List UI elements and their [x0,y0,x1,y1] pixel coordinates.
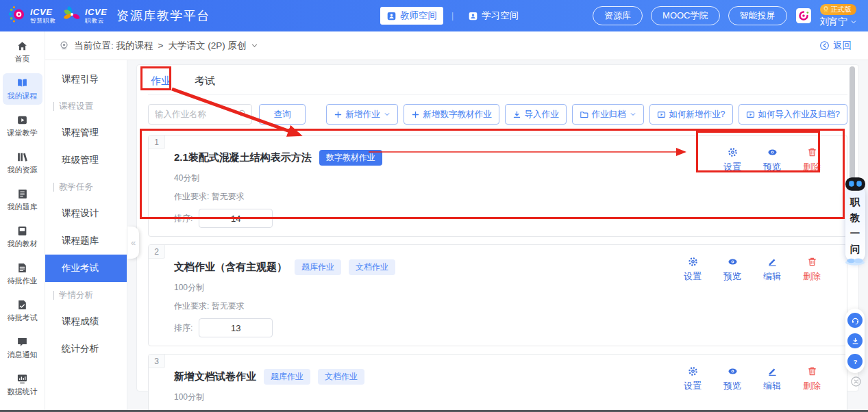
toolbar-button-3[interactable]: 作业归档 [572,104,644,125]
assistant-char: 问 [850,243,860,255]
submenu-item-7[interactable]: 作业考试 [45,255,127,282]
search-input[interactable] [148,104,252,125]
textbook-icon [16,225,28,237]
assignment-actions: 设置预览编辑删除 [684,257,821,283]
icon-rail-sidebar: 首页我的课程课堂教学我的资源我的题库我的教材待批作业待批考试消息通知数据统计第三… [0,31,45,410]
assignment-card: 2文档作业（含有主观题）题库作业文档作业100分制作业要求: 暂无要求排序:设置… [148,244,847,346]
settings-action[interactable]: 设置 [684,257,702,283]
submenu-item-2[interactable]: 课程管理 [45,119,127,146]
toolbar-button-0[interactable]: 新增作业 [326,104,398,125]
logo2-subtitle: 职教云 [85,18,107,24]
courses-icon [16,77,28,89]
toolbar-buttons: 新增作业新增数字教材作业导入作业作业归档如何新增作业?如何导入作业及归档? [326,104,847,125]
assignment-score: 40分制 [174,172,837,184]
toolbar-button-1[interactable]: 新增数字教材作业 [404,104,499,125]
gear-icon [728,147,738,157]
header-pill-2[interactable]: 智能投屏 [728,6,787,25]
submenu-item-5[interactable]: 课程设计 [45,200,127,227]
edit-action[interactable]: 编辑 [763,257,781,283]
query-button[interactable]: 查询 [259,104,306,125]
rail-item-message[interactable]: 消息通知 [3,332,42,363]
rail-item-label: 我的教材 [8,239,38,249]
breadcrumb-caret-down-icon[interactable] [251,42,258,49]
sort-order-input[interactable] [199,318,273,337]
icve-app-icon[interactable] [796,8,811,23]
sort-label: 排序: [174,213,193,224]
submenu-item-10[interactable]: 统计分析 [45,335,127,363]
action-label: 预览 [763,161,781,173]
rail-item-question-bank[interactable]: 我的题库 [3,184,42,216]
back-arrow-icon [819,40,830,51]
breadcrumb-current[interactable]: 大学语文 (2P) 原创 [168,40,246,52]
floating-button-stack: ? [845,309,865,373]
tab-exam[interactable]: 考试 [195,75,215,88]
rail-item-statistics[interactable]: 数据统计 [3,369,42,400]
user-menu[interactable]: 刘宵宁 [820,16,858,28]
edit-action[interactable]: 编辑 [763,366,781,392]
action-label: 编辑 [763,270,781,283]
action-label: 设置 [684,270,702,283]
header-pill-0[interactable]: 资源库 [593,6,643,25]
delete-action[interactable]: 删除 [803,366,821,392]
delete-action[interactable]: 删除 [803,257,821,283]
action-label: 删除 [803,380,821,392]
toolbar-button-5[interactable]: 如何导入作业及归档? [739,104,847,125]
submenu-item-6[interactable]: 课程题库 [45,227,127,255]
tab-homework[interactable]: 作业 [151,75,171,88]
message-icon [16,336,28,348]
rail-item-pending-homework[interactable]: 待批作业 [3,258,42,289]
submenu-item-9[interactable]: 课程成绩 [45,308,127,335]
trash-icon [807,147,817,157]
assignment-tag: 题库作业 [264,369,310,385]
header-pill-1[interactable]: MOOC学院 [651,6,719,25]
assistant-char: 一 [850,227,860,240]
rail-item-textbook[interactable]: 我的教材 [3,221,42,253]
submenu-item-0[interactable]: 课程引导 [45,66,127,93]
assistant-vertical-label[interactable]: 职教一问 [845,185,865,263]
settings-action[interactable]: 设置 [723,147,741,173]
toolbar-button-label: 作业归档 [592,109,626,120]
customer-service-fab[interactable] [847,313,863,328]
close-floating-icon[interactable] [850,376,862,387]
rail-item-home[interactable]: 首页 [3,36,42,68]
toolbar-button-4[interactable]: 如何新增作业? [649,104,733,125]
learning-space-button[interactable]: 学习空间 [462,7,525,25]
rail-item-classroom[interactable]: 课堂教学 [3,110,42,142]
rail-item-courses[interactable]: 我的课程 [3,73,42,105]
submenu-label: 学情分析 [59,289,93,301]
icve-zhijiaoyun-logo: iCVE 职教云 [62,4,107,27]
help-fab[interactable]: ? [847,354,863,369]
breadcrumb-prefix[interactable]: 当前位置: 我的课程 [74,40,153,52]
zhijiao-assistant-widget[interactable]: 职教一问 [844,175,866,266]
rail-item-resources[interactable]: 我的资源 [3,147,42,179]
submenu-item-3[interactable]: 班级管理 [45,146,127,174]
sort-order-input[interactable] [199,209,273,228]
statistics-icon [16,373,28,385]
rail-item-pending-exam[interactable]: 待批考试 [3,295,42,326]
back-button[interactable]: 返回 [819,40,852,52]
assignment-score: 100分制 [174,391,837,403]
delete-action[interactable]: 删除 [803,147,821,173]
rail-item-label: 待批考试 [8,313,38,323]
rail-item-label: 数据统计 [8,387,38,397]
eye-icon [767,147,778,157]
download-fab[interactable] [847,333,863,348]
teacher-space-button[interactable]: 教师空间 [380,7,443,25]
user-caret-down-icon [850,18,857,25]
preview-action[interactable]: 预览 [723,257,741,283]
tab-bar: 作业 考试 [148,72,847,95]
main-content: 作业 考试 查询 新增作业新增数字教材作业导入作业作业归档如何 [127,60,868,410]
brand-cluster: iCVE 智慧职教 iCVE 职教云 资源库教学平台 [7,4,210,27]
toolbar-button-2[interactable]: 导入作业 [505,104,567,125]
collapse-sidebar-handle[interactable]: « [127,227,139,259]
preview-action[interactable]: 预览 [723,366,741,392]
settings-action[interactable]: 设置 [684,366,702,392]
submenu-label: 统计分析 [62,343,99,355]
assignment-sort-row: 排序: [174,209,837,228]
assignment-title: 2.1装配式混凝土结构表示方法 [174,151,312,164]
panel-scrollbar-thumb[interactable] [850,66,855,180]
rail-item-label: 首页 [15,54,30,64]
assignment-actions: 设置预览删除 [723,147,821,173]
gear-icon [688,257,698,267]
preview-action[interactable]: 预览 [763,147,781,173]
